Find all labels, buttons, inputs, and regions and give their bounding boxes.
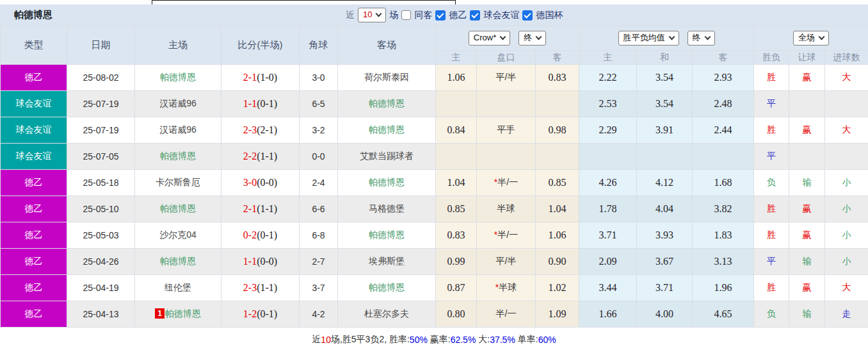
handicap-odds-away: 0.85: [536, 170, 579, 196]
handicap-odds-away: [536, 144, 579, 170]
result-wdl: 胜: [754, 222, 789, 249]
col-goal-line: 让球: [789, 51, 825, 65]
col-home: 主场: [135, 26, 221, 65]
footer-l2: 赢率:: [428, 334, 451, 346]
page-title: 帕德博恩: [14, 9, 52, 21]
chevron-down-icon: [819, 33, 825, 40]
handicap-odds-away: 1.04: [536, 196, 579, 222]
result-goals: 大: [825, 275, 868, 301]
away-team[interactable]: 帕德博恩: [338, 222, 436, 249]
handicap-time-select[interactable]: 终: [518, 31, 546, 46]
footer-l4: 单率:: [515, 334, 538, 346]
handicap-line-text: 半球: [497, 203, 515, 213]
home-team[interactable]: 帕德博恩: [135, 196, 221, 222]
result-wdl: 平: [754, 91, 789, 117]
handicap-line: [477, 91, 536, 117]
halftime-score: (0-0): [257, 256, 277, 267]
home-team[interactable]: 汉诺威96: [135, 91, 221, 117]
away-team[interactable]: 艾默当踢球者: [338, 144, 436, 170]
result-wdl: 胜: [754, 117, 789, 144]
fulltime-score: 3-0: [243, 177, 257, 188]
result-handicap: 输: [789, 301, 825, 328]
avg-odds-select[interactable]: 胜平负均值: [618, 31, 679, 46]
col-result: 胜负: [754, 51, 789, 65]
avg-odds-away: 4.65: [693, 301, 754, 328]
away-team[interactable]: 杜塞尔多夫: [338, 301, 436, 328]
avg-odds-home: 1.66: [579, 301, 637, 328]
fulltime-score: 2-3: [243, 282, 257, 293]
table-row: 德乙 25-04-19 纽伦堡 2-3(1-1) 3-7 帕德博恩 0.87 *…: [1, 275, 868, 301]
handicap-odds-away: 0.90: [536, 249, 579, 275]
result-handicap: 赢: [789, 222, 825, 249]
chevron-down-icon: [376, 10, 382, 17]
home-team-name: 汉诺威96: [159, 98, 197, 108]
match-date: 25-05-18: [67, 170, 135, 196]
table-row: 德乙 25-05-03 沙尔克04 0-2(0-1) 6-8 帕德博恩 0.83…: [1, 222, 868, 249]
home-team-name: 沙尔克04: [159, 229, 197, 240]
away-team[interactable]: 帕德博恩: [338, 91, 436, 117]
corner-score: 3-0: [300, 65, 338, 91]
halftime-score: (1-0): [257, 72, 277, 83]
away-team[interactable]: 帕德博恩: [338, 275, 436, 301]
table-row: 球会友谊 25-07-19 汉诺威96 1-1(0-1) 6-5 帕德博恩 2.…: [1, 91, 868, 117]
away-team[interactable]: 荷尔斯泰因: [338, 65, 436, 91]
avg-odds-draw: 3.54: [637, 65, 693, 91]
league-friendly-checkbox[interactable]: [470, 10, 480, 21]
col-goals: 进球数: [825, 51, 868, 65]
home-team[interactable]: 帕德博恩: [135, 144, 221, 170]
scope-select-group: 全场: [754, 26, 868, 51]
match-score: 2-3(2-1): [221, 117, 300, 144]
league-cup-checkbox[interactable]: [522, 10, 533, 21]
handicap-line-text: 半/一: [497, 229, 518, 240]
match-date: 25-07-05: [67, 144, 135, 170]
table-row: 球会友谊 25-07-05 帕德博恩 2-2(1-1) 0-0 艾默当踢球者 平: [1, 144, 868, 170]
corner-score: 2-4: [300, 170, 338, 196]
away-team[interactable]: 帕德博恩: [338, 117, 436, 144]
result-goals: [825, 91, 868, 117]
avg-odds-home: 2.53: [579, 91, 637, 117]
match-type-badge: 球会友谊: [1, 144, 67, 170]
handicap-line-text: 平/半: [496, 72, 517, 82]
away-team[interactable]: 帕德博恩: [338, 170, 436, 196]
bookmaker-select[interactable]: Crow*: [469, 31, 510, 46]
match-type-badge: 德乙: [1, 65, 67, 91]
away-team[interactable]: 埃弗斯堡: [338, 249, 436, 275]
home-team[interactable]: 帕德博恩: [135, 249, 221, 275]
avg-odds-away: 2.48: [693, 91, 754, 117]
home-team[interactable]: 卡尔斯鲁厄: [135, 170, 221, 196]
avg-odds-home: 1.78: [579, 196, 637, 222]
handicap-odds-home: [436, 144, 477, 170]
halftime-score: (0-1): [257, 308, 277, 319]
result-wdl: 胜: [754, 275, 789, 301]
result-wdl: 胜: [754, 196, 789, 222]
match-count-select[interactable]: 10: [358, 8, 386, 22]
match-date: 25-07-19: [67, 117, 135, 144]
home-team[interactable]: 汉诺威96: [135, 117, 221, 144]
home-team[interactable]: 1帕德博恩: [135, 301, 221, 328]
handicap-line: 平手: [477, 117, 536, 144]
match-score: 1-2(0-1): [221, 301, 300, 328]
match-count-value: 10: [363, 10, 372, 20]
home-team[interactable]: 沙尔克04: [135, 222, 221, 249]
match-score: 2-1(1-1): [221, 196, 300, 222]
handicap-select-group: Crow* 终: [436, 26, 579, 51]
avg-odds-home: 2.29: [579, 117, 637, 144]
handicap-odds-away: 0.83: [536, 65, 579, 91]
handicap-line: 平/半: [477, 249, 536, 275]
league-de2-checkbox[interactable]: [435, 10, 446, 21]
away-team[interactable]: 马格德堡: [338, 196, 436, 222]
avg-time-select[interactable]: 终: [687, 31, 715, 46]
away-team-name: 荷尔斯泰因: [364, 72, 409, 82]
scope-select[interactable]: 全场: [793, 31, 829, 46]
same-away-checkbox[interactable]: [401, 10, 411, 20]
home-team-name: 帕德博恩: [165, 308, 201, 319]
corner-score: 3-2: [300, 117, 338, 144]
league-de2-label: 德乙: [449, 10, 467, 21]
halftime-score: (1-1): [257, 282, 277, 293]
home-team[interactable]: 帕德博恩: [135, 65, 221, 91]
avg-odds-home: [579, 144, 637, 170]
match-date: 25-08-02: [67, 65, 135, 91]
footer-mid: 场,胜5平3负2, 胜率:: [331, 334, 410, 346]
avg-odds-draw: 3.71: [637, 275, 693, 301]
home-team[interactable]: 纽伦堡: [135, 275, 221, 301]
